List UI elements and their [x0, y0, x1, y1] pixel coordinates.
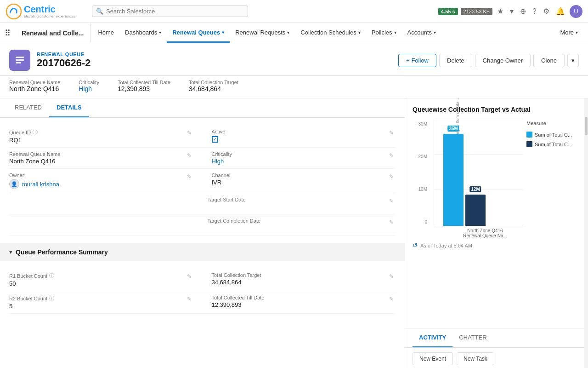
perf-collected-label: Total Collected Till Date [212, 295, 388, 300]
perf-total-target-value: 34,684,864 [212, 279, 388, 286]
scrollbar-thumb[interactable] [585, 117, 588, 135]
nav-dashboards[interactable]: Dashboards ▾ [119, 23, 167, 43]
legend-label-1: Sum of Total C... [535, 132, 572, 138]
queue-id-edit-icon[interactable]: ✎ [185, 129, 193, 137]
tab-details[interactable]: DETAILS [49, 98, 89, 117]
active-edit-icon[interactable]: ✎ [387, 129, 396, 137]
owner-name[interactable]: murali krishna [22, 181, 59, 188]
scrollbar-track[interactable] [584, 98, 588, 368]
target-start-right-col: Target Start Date [208, 197, 388, 210]
bar-target-label: 35M [447, 126, 459, 132]
target-start-value [208, 203, 388, 210]
app-name[interactable]: Renewal and Colle... [15, 23, 90, 43]
star-icon[interactable]: ★ [495, 6, 505, 17]
nav-more[interactable]: More ▾ [554, 23, 583, 43]
tab-chatter[interactable]: CHATTER [452, 328, 493, 347]
x-label-1: North Zone Q416 [447, 228, 523, 233]
target-completion-edit-icon[interactable]: ✎ [387, 218, 396, 226]
nav-collection-schedules[interactable]: Collection Schedules ▾ [295, 23, 366, 43]
top-bar: Centric elevating customer experiences 🔍… [0, 0, 588, 23]
owner-edit-icon[interactable]: ✎ [185, 172, 193, 181]
summary-fields-bar: Renewal Queue Name North Zone Q416 Criti… [0, 76, 588, 98]
record-header: RENEWAL QUEUE 20170626-2 + Follow Delete… [0, 43, 588, 76]
summary-queue-name: Renewal Queue Name North Zone Q416 [9, 80, 60, 92]
delete-button[interactable]: Delete [439, 54, 472, 67]
criticality-col: Criticality High [212, 151, 388, 165]
new-event-button[interactable]: New Event [413, 352, 453, 365]
chart-body: Sum of Total Collection Target, Sum of T… [429, 119, 523, 238]
user-avatar[interactable]: U [570, 5, 582, 18]
collected-label: Total Collected Till Date [118, 80, 170, 85]
bar-group: 35M 12M [443, 134, 486, 226]
change-owner-button[interactable]: Change Owner [475, 54, 531, 67]
add-icon[interactable]: ⊕ [518, 6, 528, 17]
more-actions-button[interactable]: ▾ [567, 54, 579, 67]
legend-color-1 [526, 132, 532, 138]
owner-col: Owner 👤 murali krishna [9, 172, 185, 189]
refresh-icon[interactable]: ↺ [413, 242, 418, 249]
activity-tabs: ACTIVITY CHATTER [405, 328, 584, 348]
active-col: Active ✓ [212, 129, 388, 143]
active-checkbox[interactable]: ✓ [212, 136, 218, 143]
perf-total-target-edit-icon[interactable]: ✎ [387, 272, 396, 281]
follow-button[interactable]: + Follow [398, 54, 436, 67]
performance-chevron-icon: ▾ [9, 249, 12, 255]
owner-label: Owner [9, 172, 185, 178]
tab-related[interactable]: RELATED [7, 98, 49, 117]
tab-activity[interactable]: ACTIVITY [413, 328, 452, 347]
queue-id-label: Queue ID ⓘ [9, 129, 185, 136]
target-completion-col [9, 218, 189, 222]
clone-button[interactable]: Clone [533, 54, 565, 67]
r1-info-icon[interactable]: ⓘ [49, 272, 54, 279]
chart-footer: ↺ As of Today at 5:04 AM [413, 242, 577, 249]
queue-performance-header[interactable]: ▾ Queue Performance Summary [0, 243, 405, 261]
target-start-label: Target Start Date [208, 197, 388, 202]
collected-value: 12,390,893 [118, 85, 170, 92]
record-name: 20170626-2 [37, 57, 90, 69]
accounts-chevron: ▾ [434, 30, 436, 35]
nav-policies[interactable]: Policies ▾ [366, 23, 402, 43]
r2-col: R2 Bucket Count ⓘ 5 [9, 295, 185, 310]
notification-icon[interactable]: 🔔 [554, 6, 567, 17]
nav-renewal-requests[interactable]: Renewal Requests ▾ [230, 23, 295, 43]
chart-section: Queuewise Collection Target vs Actual 30… [405, 98, 584, 328]
search-input[interactable] [106, 8, 244, 15]
record-type-icon [9, 50, 30, 71]
summary-target: Total Collection Target 34,684,864 [189, 80, 238, 92]
nav-accounts[interactable]: Accounts ▾ [402, 23, 441, 43]
chevron-down-icon[interactable]: ▾ [508, 6, 515, 17]
channel-edit-icon[interactable]: ✎ [387, 172, 396, 181]
r2-edit-icon[interactable]: ✎ [185, 295, 193, 303]
help-icon[interactable]: ? [531, 6, 538, 17]
app-grid-icon[interactable]: ⠿ [5, 23, 11, 43]
new-task-button[interactable]: New Task [457, 352, 494, 365]
perf-total-target-label: Total Collection Target [212, 272, 388, 278]
nav-renewal-queues[interactable]: Renewal Queues ▾ [167, 23, 230, 43]
legend-item-1: Sum of Total C... [526, 132, 577, 138]
nav-bar: ⠿ Renewal and Colle... Home Dashboards ▾… [0, 23, 588, 43]
x-label-2: Renewal Queue Na... [447, 233, 523, 238]
renewal-queues-chevron: ▾ [222, 30, 224, 35]
search-bar[interactable]: 🔍 [92, 6, 248, 17]
perf-collected-edit-icon[interactable]: ✎ [387, 295, 396, 303]
criticality-detail-label: Criticality [212, 151, 388, 157]
record-actions: + Follow Delete Change Owner Clone ▾ [398, 54, 579, 67]
queue-id-info-icon[interactable]: ⓘ [33, 129, 38, 136]
renewal-name-label: Renewal Queue Name [9, 151, 185, 157]
chart-container: 30M 20M 10M 0 Sum of Total Collection Ta… [413, 119, 577, 238]
left-panel: RELATED DETAILS Queue ID ⓘ RQ1 ✎ Active [0, 98, 405, 368]
settings-icon[interactable]: ⚙ [541, 6, 551, 17]
renewal-name-value: North Zone Q416 [9, 158, 185, 165]
logo-icon [6, 3, 22, 20]
nav-home[interactable]: Home [92, 23, 119, 43]
active-value: ✓ [212, 135, 388, 143]
criticality-edit-icon[interactable]: ✎ [387, 151, 396, 160]
measure-label: Measure [526, 121, 577, 126]
renewal-name-edit-icon[interactable]: ✎ [185, 151, 193, 160]
perf-collected-col: Total Collected Till Date 12,390,893 [212, 295, 388, 308]
target-start-edit-icon[interactable]: ✎ [387, 197, 396, 205]
r2-info-icon[interactable]: ⓘ [49, 295, 54, 302]
r1-edit-icon[interactable]: ✎ [185, 272, 193, 281]
y-label-0: 0 [424, 219, 427, 224]
record-type-label: RENEWAL QUEUE [37, 52, 90, 57]
